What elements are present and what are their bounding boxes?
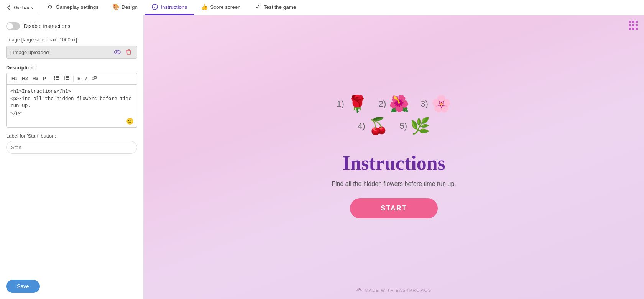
toolbar-italic[interactable]: I <box>84 75 89 83</box>
items-grid: 1) 🌹 2) 🌺 3) 🌸 4) 🍒 <box>337 96 451 140</box>
tab-score-label: Score screen <box>210 4 241 10</box>
footer-text: MADE WITH EASYPROMOS <box>365 288 431 292</box>
eye-icon <box>114 49 121 55</box>
ordered-list-icon: 1.2.3. <box>64 76 69 80</box>
thumbsup-icon: 👍 <box>201 3 208 10</box>
svg-point-2 <box>114 50 120 54</box>
chevron-left-icon <box>6 5 12 10</box>
description-content: <h1>Instructions</h1> <p>Find all the hi… <box>10 88 133 117</box>
trash-icon <box>126 49 131 55</box>
toolbar-bold[interactable]: B <box>76 75 83 83</box>
tab-design[interactable]: 🎨 Design <box>105 0 145 15</box>
image-upload-row: [ Image uploaded ] <box>6 46 137 59</box>
emoji-button[interactable]: 🙂 <box>126 118 134 125</box>
toolbar-p[interactable]: P <box>41 75 48 83</box>
save-btn-wrapper: Save <box>6 280 40 293</box>
preview-subtitle: Find all the hidden flowers before time … <box>332 181 456 187</box>
description-label: Description: <box>6 65 137 71</box>
unordered-list-icon <box>54 76 59 80</box>
item-5: 5) 🌿 <box>400 118 430 134</box>
go-back-label: Go back <box>14 5 33 10</box>
go-back-button[interactable]: Go back <box>0 0 39 15</box>
svg-rect-15 <box>66 79 69 80</box>
toolbar-h3[interactable]: H3 <box>31 75 40 83</box>
right-preview: 1) 🌹 2) 🌺 3) 🌸 4) 🍒 <box>144 15 644 299</box>
palette-icon: 🎨 <box>112 3 119 10</box>
preview-title: Instructions <box>342 152 445 174</box>
easypromos-icon <box>356 288 362 293</box>
item-2: 2) 🌺 <box>379 96 409 112</box>
svg-rect-11 <box>66 76 69 77</box>
info-icon: i <box>151 3 158 10</box>
image-uploaded-text: [ Image uploaded ] <box>10 49 110 55</box>
tab-gameplay-label: Gameplay settings <box>56 4 99 10</box>
preview-content: 1) 🌹 2) 🌺 3) 🌸 4) 🍒 <box>144 15 644 299</box>
svg-rect-13 <box>66 77 69 78</box>
tab-score[interactable]: 👍 Score screen <box>194 0 248 15</box>
preview-start-button[interactable]: START <box>350 198 438 219</box>
item-3: 3) 🌸 <box>421 96 451 112</box>
item-1: 1) 🌹 <box>337 96 367 112</box>
tab-design-label: Design <box>122 4 138 10</box>
start-input[interactable] <box>6 141 137 154</box>
save-button[interactable]: Save <box>6 280 40 293</box>
items-row-2: 4) 🍒 5) 🌿 <box>358 118 430 134</box>
image-section-label: Image [large side: max. 1000px]: <box>6 37 137 43</box>
description-toolbar: H1 H2 H3 P 1.2.3. B I <box>6 73 137 84</box>
svg-rect-7 <box>56 77 59 78</box>
image-delete-button[interactable] <box>125 48 133 56</box>
description-editor[interactable]: <h1>Instructions</h1> <p>Find all the hi… <box>6 84 137 128</box>
toolbar-h1[interactable]: H1 <box>10 75 19 83</box>
tab-test[interactable]: ✓ Test the game <box>248 0 303 15</box>
toolbar-divider-2 <box>73 76 74 82</box>
disable-instructions-toggle[interactable] <box>6 22 20 30</box>
check-icon: ✓ <box>255 3 261 10</box>
start-label-text: Label for 'Start' button: <box>6 133 137 139</box>
tab-test-label: Test the game <box>264 4 296 10</box>
svg-rect-5 <box>56 76 59 77</box>
svg-point-8 <box>54 79 55 80</box>
link-icon <box>91 76 97 80</box>
toolbar-link[interactable] <box>89 75 99 83</box>
toolbar-ul[interactable] <box>52 75 61 83</box>
disable-instructions-label: Disable instructions <box>24 23 70 29</box>
gear-icon: ⚙ <box>46 3 53 10</box>
start-label-section: Label for 'Start' button: <box>6 133 137 154</box>
preview-footer: MADE WITH EASYPROMOS <box>356 288 431 293</box>
disable-instructions-row: Disable instructions <box>6 22 137 30</box>
items-row-1: 1) 🌹 2) 🌺 3) 🌸 <box>337 96 451 112</box>
tab-instructions[interactable]: i Instructions <box>145 0 194 15</box>
svg-point-3 <box>117 51 118 53</box>
svg-point-6 <box>54 77 55 79</box>
main-layout: Disable instructions Image [large side: … <box>0 15 644 299</box>
svg-text:3.: 3. <box>64 79 65 80</box>
grid-dots <box>629 21 638 30</box>
toolbar-ol[interactable]: 1.2.3. <box>62 75 71 83</box>
left-panel: Disable instructions Image [large side: … <box>0 15 144 299</box>
item-4: 4) 🍒 <box>358 118 388 134</box>
tab-instructions-label: Instructions <box>161 4 187 10</box>
svg-text:i: i <box>154 5 156 9</box>
top-nav: Go back ⚙ Gameplay settings 🎨 Design i I… <box>0 0 644 15</box>
svg-point-4 <box>54 76 55 77</box>
toolbar-h2[interactable]: H2 <box>20 75 30 83</box>
toolbar-divider-1 <box>50 76 50 82</box>
svg-rect-9 <box>56 79 59 80</box>
tab-gameplay[interactable]: ⚙ Gameplay settings <box>39 0 105 15</box>
image-preview-button[interactable] <box>112 49 122 56</box>
